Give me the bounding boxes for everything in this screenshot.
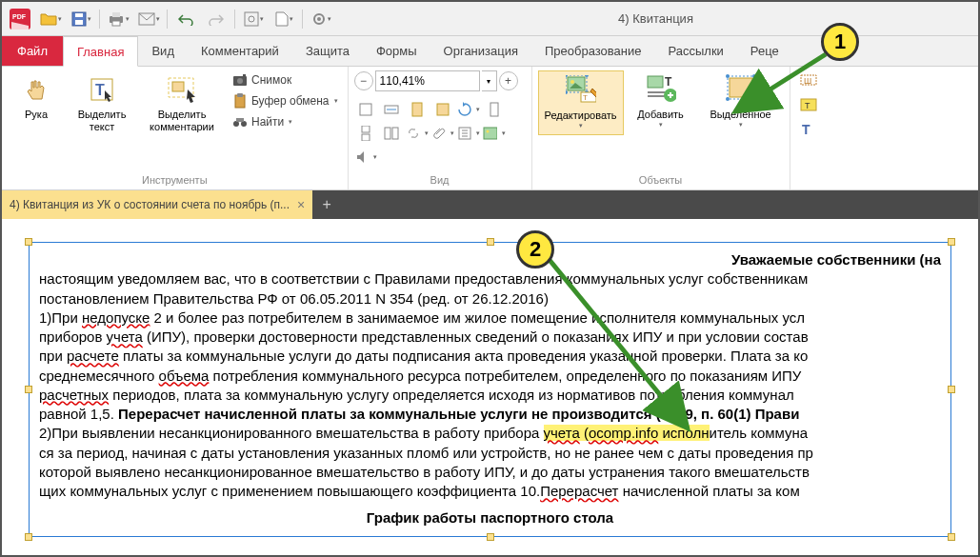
rotate-button[interactable]: ▾ bbox=[457, 99, 480, 120]
email-button[interactable]: ▾ bbox=[134, 6, 163, 32]
zoom-in-button[interactable]: + bbox=[499, 71, 518, 90]
svg-point-36 bbox=[486, 130, 489, 133]
tab-mailings[interactable]: Рассылки bbox=[654, 36, 736, 66]
resize-handle[interactable] bbox=[948, 386, 955, 393]
settings-button[interactable]: ▾ bbox=[307, 6, 335, 32]
resize-handle[interactable] bbox=[25, 386, 32, 393]
hand-tool-button[interactable]: Рука bbox=[8, 70, 65, 125]
group-tools-label: Инструменты bbox=[8, 172, 342, 188]
clipboard-button[interactable]: Буфер обмена ▾ bbox=[229, 91, 342, 110]
svg-rect-28 bbox=[437, 104, 449, 115]
select-text-button[interactable]: T Выделить текст bbox=[69, 70, 135, 137]
selection-button[interactable]: Выделенное ▾ bbox=[698, 70, 784, 133]
doc-line: при расчете платы за коммунальные услуги… bbox=[39, 347, 941, 366]
document-area[interactable]: Уважаемые собственники (на настоящим уве… bbox=[2, 219, 978, 555]
svg-point-55 bbox=[726, 97, 730, 101]
resize-handle[interactable] bbox=[487, 238, 494, 246]
page-facing-icon bbox=[384, 126, 399, 141]
select-comments-button[interactable]: Выделить комментарии bbox=[139, 70, 225, 137]
doc-line: которой выявлено несанкционированное вме… bbox=[39, 463, 941, 482]
edit-objects-button[interactable]: T Редактировать ▾ bbox=[538, 70, 624, 135]
fit-visible-button[interactable] bbox=[406, 99, 429, 120]
resize-handle[interactable] bbox=[948, 238, 955, 246]
close-tab-button[interactable]: × bbox=[297, 197, 305, 212]
save-button[interactable]: ▾ bbox=[67, 6, 95, 32]
form-tool-3[interactable]: T bbox=[796, 120, 823, 139]
text-selection-frame[interactable]: Уважаемые собственники (на настоящим уве… bbox=[29, 242, 951, 537]
save-icon bbox=[71, 11, 87, 27]
actual-size-button[interactable] bbox=[431, 99, 454, 120]
single-page-button[interactable] bbox=[483, 99, 506, 120]
link-button[interactable]: ▾ bbox=[406, 123, 429, 144]
add-object-button[interactable]: T Добавить ▾ bbox=[628, 70, 694, 133]
resize-handle[interactable] bbox=[25, 533, 32, 541]
fit-page-button[interactable] bbox=[354, 99, 377, 120]
undo-button[interactable] bbox=[171, 6, 200, 32]
snapshot-button[interactable]: Снимок bbox=[229, 70, 342, 90]
separator bbox=[99, 10, 100, 29]
ribbon: Рука T Выделить текст Выделить комментар… bbox=[2, 67, 978, 190]
separator bbox=[234, 10, 235, 29]
tab-view[interactable]: Вид bbox=[138, 36, 188, 66]
scan-button[interactable]: ▾ bbox=[239, 6, 268, 32]
resize-handle[interactable] bbox=[487, 533, 494, 541]
form-tool-2[interactable]: T bbox=[796, 95, 823, 114]
zoom-input[interactable] bbox=[375, 70, 480, 91]
tab-organization[interactable]: Организация bbox=[430, 36, 531, 66]
doc-line: 2)При выявлении несанкционированного вме… bbox=[39, 424, 941, 443]
svg-point-10 bbox=[249, 16, 254, 22]
find-button[interactable]: Найти ▾ bbox=[229, 112, 342, 131]
tab-file[interactable]: Файл bbox=[2, 36, 63, 66]
zoom-dropdown[interactable]: ▾ bbox=[482, 70, 497, 91]
blank-button[interactable]: ▾ bbox=[270, 6, 298, 32]
tab-convert[interactable]: Преобразование bbox=[531, 36, 655, 66]
chevron-down-icon: ▾ bbox=[88, 15, 91, 23]
chevron-down-icon: ▾ bbox=[659, 121, 663, 129]
print-button[interactable]: ▾ bbox=[104, 6, 132, 32]
hand-tool-label: Рука bbox=[25, 109, 48, 121]
doc-line: 1)При недопуске 2 и более раз потребител… bbox=[39, 308, 941, 328]
page-single-icon bbox=[487, 102, 502, 117]
bookmark-button[interactable]: ▾ bbox=[457, 123, 480, 144]
resize-handle[interactable] bbox=[25, 238, 32, 246]
audio-button[interactable]: ▾ bbox=[354, 147, 377, 168]
tab-comment[interactable]: Комментарий bbox=[188, 36, 292, 66]
svg-rect-32 bbox=[385, 128, 390, 139]
svg-rect-9 bbox=[245, 12, 258, 26]
resize-handle[interactable] bbox=[948, 533, 955, 541]
document-text: Уважаемые собственники (на настоящим уве… bbox=[39, 250, 941, 528]
image-button[interactable]: ▾ bbox=[483, 123, 506, 144]
blank-page-icon bbox=[275, 11, 289, 27]
chevron-down-icon: ▾ bbox=[58, 15, 62, 23]
tab-review[interactable]: Реце bbox=[737, 36, 792, 66]
open-button[interactable]: ▾ bbox=[36, 6, 65, 32]
tab-protection[interactable]: Защита bbox=[292, 36, 363, 66]
fit-page-icon bbox=[358, 102, 373, 117]
facing-button[interactable] bbox=[380, 123, 403, 144]
callout-badge-1: 1 bbox=[821, 23, 859, 61]
chevron-down-icon: ▾ bbox=[739, 121, 743, 129]
svg-rect-3 bbox=[75, 20, 83, 25]
pdf-app-icon: PDF bbox=[10, 9, 30, 30]
group-form: Ш T T bbox=[790, 67, 829, 189]
svg-text:T: T bbox=[805, 101, 810, 110]
add-tab-button[interactable]: + bbox=[312, 190, 341, 219]
redo-button[interactable] bbox=[202, 6, 230, 32]
comments-select-icon bbox=[167, 74, 197, 105]
tab-forms[interactable]: Формы bbox=[363, 36, 430, 66]
form-icon-2: T bbox=[800, 97, 819, 112]
app-icon: PDF bbox=[6, 6, 34, 32]
chevron-down-icon: ▾ bbox=[334, 97, 338, 105]
zoom-out-button[interactable]: − bbox=[354, 71, 373, 90]
tab-home[interactable]: Главная bbox=[63, 36, 138, 67]
document-tab[interactable]: 4) Квитанция из УК о состоянии счета по … bbox=[2, 190, 312, 219]
doc-line: ся за период, начиная с даты установлени… bbox=[39, 444, 941, 463]
form-tool-1[interactable]: Ш bbox=[796, 70, 823, 90]
edit-objects-label: Редактировать bbox=[545, 109, 617, 122]
link-icon bbox=[406, 126, 420, 141]
fit-width-button[interactable] bbox=[380, 99, 403, 120]
gear-icon bbox=[311, 11, 327, 27]
attachment-button[interactable]: ▾ bbox=[431, 123, 454, 144]
continuous-button[interactable] bbox=[354, 123, 377, 144]
chevron-down-icon: ▾ bbox=[260, 15, 264, 23]
